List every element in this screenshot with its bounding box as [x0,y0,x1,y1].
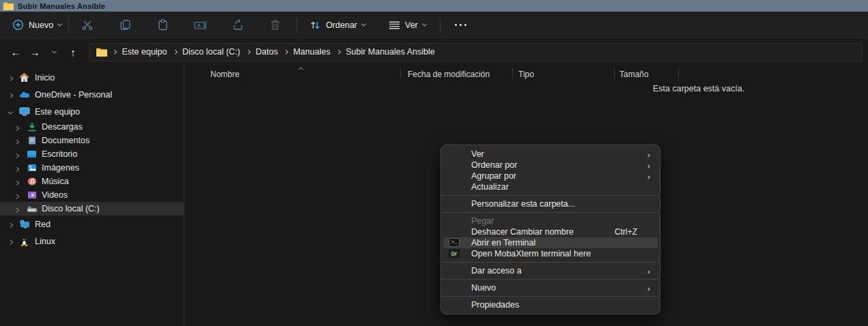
sort-icon [309,20,321,31]
breadcrumb-separator-icon [173,50,177,54]
expand-chevron-icon[interactable] [15,163,18,173]
sidebar-item-documentos[interactable]: Documentos [0,134,184,147]
terminal-icon: >_ [449,238,460,247]
column-divider[interactable] [678,68,679,78]
sidebar-item-videos[interactable]: Videos [0,188,184,202]
column-header-tipo[interactable]: Tipo [518,70,534,79]
rename-button[interactable]: A [193,18,207,32]
up-button[interactable]: ↑ [64,43,82,61]
paste-button[interactable] [156,18,169,32]
breadcrumb-item[interactable]: Subir Manuales Ansible [346,47,435,57]
new-button[interactable]: Nuevo [12,19,61,31]
expand-chevron-icon[interactable] [15,122,18,132]
address-bar[interactable]: Este equipo Disco local (C:) Datos Manua… [89,43,863,61]
breadcrumb-separator-icon [112,50,116,54]
breadcrumb-separator-icon [283,50,288,54]
sort-button[interactable]: Ordenar [309,20,365,31]
back-button[interactable]: ← [7,43,25,61]
sidebar-item-red[interactable]: Red [0,216,184,233]
drive-icon [26,203,38,215]
window-title: Subir Manuales Ansible [18,2,105,10]
menu-item-ver[interactable]: Ver [443,149,658,160]
menu-item-deshacer-cambiar-nombre[interactable]: Deshacer Cambiar nombre Ctrl+Z [443,226,658,237]
new-button-label: Nuevo [29,20,53,30]
menu-item-personalizar-carpeta[interactable]: Personalizar esta carpeta... [443,198,658,209]
submenu-arrow-icon [647,171,649,181]
navigation-pane: Inicio OneDrive - Personal Este equipo D… [0,65,184,326]
copy-button[interactable] [118,18,132,32]
chevron-down-icon [361,22,366,27]
pictures-icon [26,162,38,174]
menu-item-nuevo[interactable]: Nuevo [443,282,658,293]
menu-item-abrir-en-terminal[interactable]: >_ Abrir en Terminal [443,237,658,248]
mobaxterm-icon [449,249,460,260]
computer-icon [18,106,30,117]
column-divider[interactable] [512,68,513,78]
sidebar-item-imagenes[interactable]: Imágenes [0,161,184,175]
menu-separator [442,262,659,263]
expand-chevron-icon[interactable] [15,149,18,159]
menu-separator [442,195,659,196]
menu-separator [442,296,659,297]
column-divider[interactable] [614,68,615,78]
sidebar-item-descargas[interactable]: Descargas [0,120,184,134]
breadcrumb-item[interactable]: Este equipo [122,47,167,57]
view-button[interactable]: Ver [389,20,426,30]
recent-locations-button[interactable] [45,43,63,61]
breadcrumb-item[interactable]: Datos [255,47,278,57]
column-divider[interactable] [400,68,401,78]
sidebar-item-label: Inicio [35,73,55,83]
title-bar: Subir Manuales Ansible [0,0,868,12]
sidebar-item-label: OneDrive - Personal [35,90,112,100]
breadcrumb-item[interactable]: Manuales [293,47,330,57]
expand-chevron-icon[interactable] [9,73,12,83]
collapse-chevron-icon[interactable] [9,107,12,117]
home-icon [18,72,30,83]
sidebar-item-linux[interactable]: Linux [0,233,184,250]
context-menu: Ver Ordenar por Agrupar por Actualizar P… [440,145,660,314]
sidebar-item-inicio[interactable]: Inicio [0,69,184,86]
expand-chevron-icon[interactable] [15,136,18,145]
cut-button[interactable] [81,18,94,32]
linux-icon [18,235,30,247]
column-header-tamano[interactable]: Tamaño [619,70,649,79]
share-button[interactable] [231,18,244,32]
menu-item-open-mobaxterm[interactable]: Open MobaXterm terminal here [443,248,658,259]
sidebar-item-label: Música [42,177,69,186]
column-header-nombre[interactable]: Nombre [210,70,240,79]
sidebar-item-escritorio[interactable]: Escritorio [0,147,184,161]
menu-item-ordenar-por[interactable]: Ordenar por [443,160,658,171]
menu-item-actualizar[interactable]: Actualizar [443,181,658,192]
more-options-button[interactable] [451,18,471,32]
menu-item-agrupar-por[interactable]: Agrupar por [443,171,658,181]
sidebar-item-disco-local-c[interactable]: Disco local (C:) [0,202,184,216]
breadcrumb-item[interactable]: Disco local (C:) [182,47,240,57]
chevron-down-icon [57,22,62,27]
sidebar-item-label: Escritorio [42,149,77,159]
expand-chevron-icon[interactable] [9,90,12,100]
expand-chevron-icon[interactable] [9,237,12,246]
menu-item-dar-acceso-a[interactable]: Dar acceso a [443,265,658,276]
forward-button[interactable]: → [26,43,44,61]
expand-chevron-icon[interactable] [9,220,12,229]
breadcrumb: Este equipo Disco local (C:) Datos Manua… [113,47,435,57]
submenu-arrow-icon [647,160,649,170]
sidebar-item-onedrive[interactable]: OneDrive - Personal [0,86,184,103]
ellipsis-icon [455,24,466,26]
videos-icon [26,190,38,201]
sidebar-item-musica[interactable]: Música [0,175,184,188]
column-header-fecha[interactable]: Fecha de modificación [408,70,490,79]
menu-item-propiedades[interactable]: Propiedades [443,299,658,310]
expand-chevron-icon[interactable] [15,177,18,186]
scissors-icon [81,20,94,31]
sidebar-item-label: Videos [42,190,68,200]
network-icon [18,218,30,230]
expand-chevron-icon[interactable] [15,190,18,200]
expand-chevron-icon[interactable] [15,204,18,213]
menu-separator [442,212,659,213]
trash-icon [270,19,281,31]
submenu-arrow-icon [647,283,649,293]
sidebar-item-este-equipo[interactable]: Este equipo [0,103,184,120]
menu-separator [442,279,659,280]
delete-button[interactable] [268,18,282,32]
